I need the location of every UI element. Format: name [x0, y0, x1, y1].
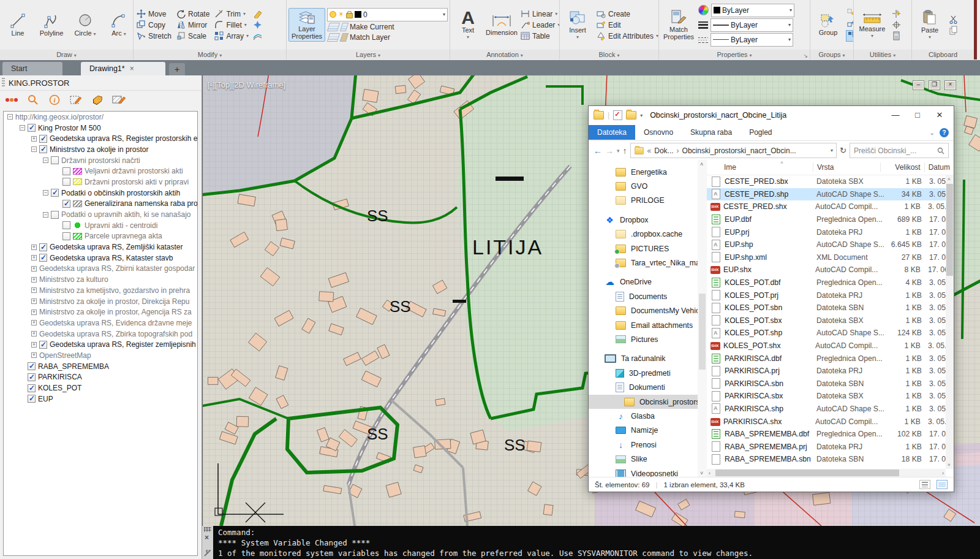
quick-access-newfolder-icon[interactable] [626, 111, 636, 120]
edit-attributes-button[interactable]: Edit Attributes ▾ [595, 31, 658, 41]
new-tab-button[interactable]: + [169, 63, 185, 75]
tree-item[interactable]: Podatki o upravnih aktih, ki se nanašajo [4, 209, 197, 220]
match-layer-button[interactable]: Match Layer [327, 32, 448, 42]
tree-checkbox[interactable] [62, 178, 70, 186]
menu-skupna-raba[interactable]: Skupna raba [682, 125, 741, 140]
tree-item[interactable]: Parcele upravnega akta [4, 231, 197, 242]
nav-item[interactable]: .dropbox.cache [589, 227, 698, 241]
paste-button[interactable]: Paste▾ [914, 9, 946, 42]
back-button[interactable]: ← [594, 146, 602, 156]
edit-area-icon[interactable] [69, 93, 83, 107]
file-row[interactable]: KOLES_POT.shp AutoCAD Shape S... 124 KB … [707, 327, 946, 340]
tree-expander-icon[interactable] [55, 201, 60, 207]
layers-panel-label[interactable]: Layers ▾ [287, 50, 450, 59]
nav-item[interactable]: Dokumenti [589, 380, 698, 394]
tree-item[interactable]: PARKIRISCA [4, 372, 197, 383]
scroll-down-icon[interactable]: ˅ [700, 470, 703, 476]
file-list-vscrollbar[interactable]: ˄ ˅ [946, 175, 954, 469]
tree-expander-icon[interactable] [55, 169, 60, 174]
object-color-select[interactable]: ByLayer▾ [711, 4, 794, 17]
tree-checkbox[interactable] [51, 156, 59, 164]
tree-item[interactable]: Ministrstvo za okolje in prostor, Direkc… [4, 296, 197, 307]
utilities-panel-label[interactable]: Utilities ▾ [854, 50, 911, 59]
move-button[interactable]: Move [135, 9, 173, 19]
command-customize-icon[interactable] [204, 550, 211, 557]
ungroup-button[interactable] [846, 8, 853, 18]
tree-checkbox[interactable] [62, 167, 70, 175]
file-row[interactable]: KOLES_POT.sbn Datoteka SBN 1 KB 3. 05. [707, 302, 946, 314]
text-button[interactable]: A Text▾ [452, 9, 484, 42]
file-row[interactable]: EUP.dbf Preglednica Open... 689 KB 17. 0… [707, 213, 946, 226]
nav-item[interactable]: PICTURES [589, 241, 698, 256]
tree-checkbox[interactable] [39, 243, 47, 251]
scale-button[interactable]: Scale [175, 31, 211, 41]
tree-checkbox[interactable] [51, 211, 59, 219]
file-row[interactable]: PARKIRISCA.sbn Datoteka SBN 1 KB 3. 05. [707, 378, 946, 390]
info-icon[interactable]: i [48, 93, 61, 107]
lineweight-select[interactable]: ByLayer▾ [710, 18, 793, 32]
file-row[interactable]: KOLES_POT.prj Datoteka PRJ 1 KB 3. 05. [707, 289, 946, 302]
tree-item[interactable]: Državni prostorski akti v pripravi [4, 177, 197, 188]
file-row[interactable]: PARKIRISCA.shp AutoCAD Shape S... 1 KB 3… [707, 403, 946, 416]
properties-dialog-launcher[interactable]: ↘ [803, 51, 808, 61]
connection-status-icon[interactable] [5, 93, 18, 107]
tree-expander-icon[interactable] [31, 299, 37, 304]
nav-item[interactable]: Energetika [589, 165, 698, 179]
vscroll-thumb[interactable] [946, 184, 953, 276]
tree-expander-icon[interactable] [20, 396, 25, 401]
tree-checkbox[interactable] [39, 135, 47, 143]
quick-calc-button[interactable] [891, 31, 902, 41]
tree-checkbox[interactable] [62, 221, 70, 229]
nav-item[interactable]: GVO [589, 179, 698, 193]
layer-select[interactable]: ☀ 0 ▾ [327, 8, 448, 21]
menu-osnovno[interactable]: Osnovno [635, 125, 682, 140]
tree-checkbox[interactable] [28, 384, 36, 392]
tree-checkbox[interactable] [28, 362, 36, 370]
cut-button[interactable] [948, 14, 959, 25]
column-size[interactable]: Velikost [881, 162, 924, 172]
command-grip[interactable] [204, 527, 211, 532]
linear-dimension-button[interactable]: Linear ▾ [519, 9, 559, 19]
nav-item[interactable]: ☁ OneDrive [589, 275, 698, 289]
nav-item[interactable]: Slike [589, 452, 698, 466]
tree-item[interactable]: http://king.geosx.io/prostor/ [4, 112, 197, 123]
history-dropdown-icon[interactable]: ▾ [617, 148, 620, 154]
layer-select-arrow[interactable]: ▾ [443, 12, 445, 17]
nav-pane-scrollbar[interactable]: ˄ ˅ [698, 160, 707, 477]
tree-item[interactable]: Geodetska uprava RS, Kataster stavb [4, 253, 197, 264]
scroll-up-icon[interactable]: ˄ [700, 161, 703, 167]
nav-item[interactable]: ♪ Glasba [589, 409, 698, 423]
tree-item[interactable]: King Prostor M 500 [4, 123, 197, 134]
viewport-minimize-button[interactable]: – [913, 80, 924, 90]
refresh-icon[interactable]: ↻ [840, 146, 846, 155]
point-button[interactable] [891, 20, 902, 30]
tree-item[interactable]: Državni prostorski načrti [4, 155, 197, 166]
breadcrumb[interactable]: « Dok... › Obcinski_prostorski_nacrt_Obc… [630, 143, 837, 158]
tree-expander-icon[interactable] [55, 179, 60, 184]
tree-checkbox[interactable] [39, 145, 47, 153]
tree-item[interactable]: Geodetska uprava RS, Zbirka topografskih… [4, 329, 197, 340]
column-type[interactable]: Vrsta [813, 162, 881, 172]
tree-expander-icon[interactable] [31, 310, 37, 315]
tree-item[interactable]: Geodetska uprava RS, Register zemljepisn… [4, 339, 197, 350]
nav-item[interactable]: Videoposnetki [589, 466, 698, 477]
groups-panel-label[interactable]: Groups ▾ [810, 50, 853, 59]
nav-item[interactable]: PRILOGE [589, 194, 698, 208]
hscroll-left-icon[interactable]: ‹ [709, 470, 710, 476]
explorer-minimize-button[interactable]: — [886, 108, 905, 122]
tree-expander-icon[interactable] [31, 352, 37, 358]
column-name[interactable]: Ime [720, 162, 813, 172]
stretch-button[interactable]: Stretch [135, 31, 173, 41]
block-panel-label[interactable]: Block ▾ [560, 50, 658, 59]
command-history[interactable]: Command: **** System Variable Changed **… [213, 526, 980, 559]
copy-button[interactable]: Copy [135, 20, 173, 30]
tree-item[interactable]: Geodetska uprava RS, Zemljiški kataster [4, 241, 197, 253]
nav-item[interactable]: DocumentsMy Vehic [589, 304, 698, 318]
breadcrumb-current[interactable]: Obcinski_prostorski_nacrt_Obcin... [682, 146, 796, 155]
mirror-button[interactable]: Mirror [175, 20, 211, 30]
tree-expander-icon[interactable] [20, 125, 25, 131]
tree-expander-icon[interactable] [43, 158, 48, 163]
search-icon[interactable] [26, 93, 40, 107]
tree-item[interactable]: Generalizirana namenska raba prosto [4, 199, 197, 210]
tree-expander-icon[interactable] [20, 375, 25, 380]
